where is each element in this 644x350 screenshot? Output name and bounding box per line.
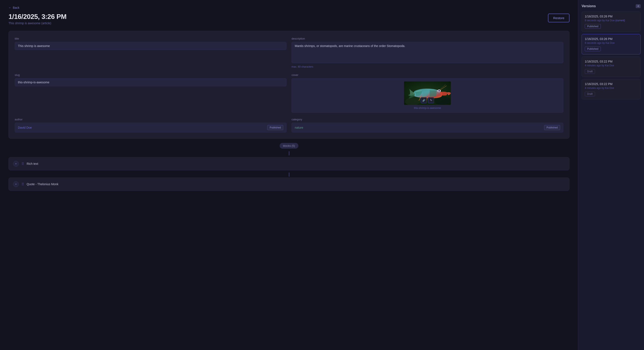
restore-button[interactable]: Restore (548, 14, 570, 22)
slug-field: slug (15, 73, 286, 113)
version-status-3: Draft (585, 69, 595, 74)
cover-image-wrapper (404, 81, 451, 105)
scroll-indicator-top (8, 151, 570, 156)
scroll-bar-top (289, 151, 290, 156)
version-date-4: 1/16/2025, 03:22 PM (585, 82, 638, 86)
back-link[interactable]: Back (8, 6, 570, 9)
svg-point-6 (438, 90, 439, 91)
slug-label: slug (15, 73, 286, 77)
sidebar-header: Versions 4 (582, 4, 640, 8)
cover-container: this-shrimp-is-awesome (292, 78, 563, 113)
author-status-badge: Published (267, 125, 283, 130)
version-card-1[interactable]: 1/16/2025, 03:26 PM 8 seconds ago by Kai… (582, 11, 640, 32)
cover-filename: this-shrimp-is-awesome (414, 107, 441, 110)
form-row-slug-cover: slug cover (15, 73, 563, 113)
cover-label: cover (292, 73, 563, 77)
link-icon (422, 99, 425, 102)
blocks-pill: blocks (5) (280, 143, 298, 149)
slug-input[interactable] (15, 78, 286, 86)
category-value: nature (295, 126, 303, 129)
version-status-4: Draft (585, 92, 595, 96)
title-input[interactable] (15, 42, 286, 50)
category-field: category nature Published (292, 118, 563, 133)
version-date-2: 1/16/2025, 03:26 PM (585, 37, 638, 41)
form-row-author-category: author David Doe Published category natu… (15, 118, 563, 133)
title-field: title (15, 37, 286, 68)
version-meta-3: 4 minutes ago by Kai Doe (585, 64, 638, 67)
page-subtitle: This shrimp is awesome (article) (8, 21, 66, 25)
version-meta-4: 4 minutes ago by Kai Doe (585, 87, 638, 90)
blocks-label-area: blocks (5) (8, 143, 570, 149)
description-field: description Mantis shrimps, or stomatopo… (292, 37, 563, 68)
block-title-quote: Quote - Thelonius Monk (26, 182, 58, 186)
author-input-container[interactable]: David Doe Published (15, 123, 286, 133)
block-grid-icon-richtext (22, 162, 24, 166)
chevron-down-icon-2 (15, 183, 16, 186)
author-value: David Doe (18, 126, 32, 129)
cover-edit-button[interactable] (428, 97, 434, 103)
back-arrow-icon (8, 6, 12, 9)
title-label: title (15, 37, 286, 40)
block-title-richtext: Rich text (26, 162, 38, 166)
author-field: author David Doe Published (15, 118, 286, 133)
cover-field: cover (292, 73, 563, 113)
version-card-3[interactable]: 1/16/2025, 03:22 PM 4 minutes ago by Kai… (582, 57, 640, 77)
page-header: 1/16/2025, 3:26 PM This shrimp is awesom… (8, 13, 570, 25)
block-card-quote: Quote - Thelonius Monk (8, 177, 570, 191)
main-content: Back 1/16/2025, 3:26 PM This shrimp is a… (0, 0, 578, 350)
block-collapse-button-quote[interactable] (13, 181, 19, 187)
version-meta-2: 8 seconds ago by Kai Doe (585, 41, 638, 44)
version-date-3: 1/16/2025, 03:22 PM (585, 60, 638, 63)
category-label: category (292, 118, 563, 121)
description-label: description (292, 37, 563, 40)
scroll-indicator-middle (8, 173, 570, 177)
version-meta-1: 8 seconds ago by Kai Doe (current) (585, 19, 638, 22)
block-grid-icon-quote (22, 182, 24, 186)
version-date-1: 1/16/2025, 03:26 PM (585, 15, 638, 18)
versions-sidebar: Versions 4 1/16/2025, 03:26 PM 8 seconds… (578, 0, 644, 350)
sidebar-title: Versions (582, 4, 596, 8)
char-limit: max. 80 characters (292, 65, 563, 68)
category-input-container[interactable]: nature Published (292, 123, 563, 133)
form-row-title-description: title description Mantis shrimps, or sto… (15, 37, 563, 68)
category-status-badge: Published (544, 125, 560, 130)
version-card-4[interactable]: 1/16/2025, 03:22 PM 4 minutes ago by Kai… (582, 79, 640, 100)
page-header-left: 1/16/2025, 3:26 PM This shrimp is awesom… (8, 13, 66, 25)
version-status-1: Published (585, 24, 601, 29)
page-title: 1/16/2025, 3:26 PM (8, 13, 66, 21)
author-label: author (15, 118, 286, 121)
block-collapse-button-richtext[interactable] (13, 161, 19, 167)
cover-link-button[interactable] (421, 97, 427, 103)
back-label: Back (13, 6, 20, 9)
version-status-2: Published (585, 47, 601, 51)
edit-icon (430, 99, 432, 102)
version-card-2[interactable]: 1/16/2025, 03:26 PM 8 seconds ago by Kai… (582, 34, 640, 54)
version-count-badge: 4 (636, 4, 640, 8)
scroll-bar-middle (289, 173, 290, 177)
block-card-richtext: Rich text (8, 157, 570, 170)
current-label-1: (current) (615, 19, 625, 22)
description-input[interactable]: Mantis shrimps, or stomatopods, are mari… (292, 42, 563, 63)
form-card: title description Mantis shrimps, or sto… (8, 31, 570, 139)
chevron-down-icon (15, 163, 16, 165)
cover-actions (421, 97, 434, 103)
